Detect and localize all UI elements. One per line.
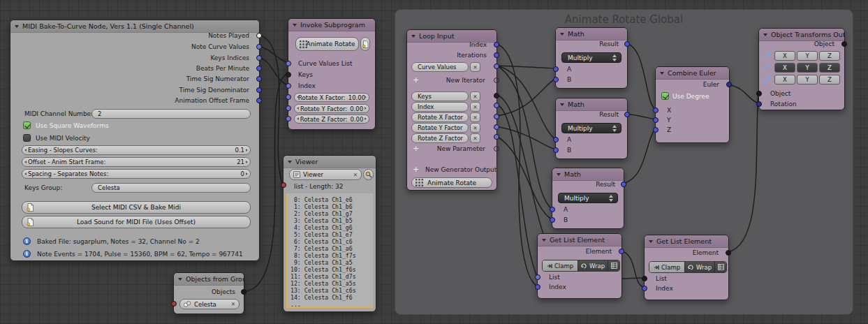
socket-element-output[interactable] [619,249,624,254]
location-x-toggle[interactable]: X [774,51,795,61]
socket-time-sig-numerator[interactable] [256,76,262,82]
remove-param-button[interactable]: ✕ [470,91,480,101]
clear-group-icon[interactable]: ✕ [231,301,235,307]
easing-slider[interactable]: Easing - Slopes Curves: 0.1 [22,145,251,155]
collapse-triangle-icon[interactable] [560,103,564,106]
node-math-1[interactable]: Math Result Multiply A B [555,27,628,89]
socket-list-input[interactable] [642,276,647,281]
plus-icon[interactable]: + [413,165,419,174]
socket-euler-output[interactable] [726,82,732,87]
clear-viewer-icon[interactable]: ✕ [353,172,358,178]
socket-index-input[interactable] [642,286,647,291]
collapse-triangle-icon[interactable] [288,161,292,163]
node-object-transforms-output[interactable]: Object Transforms Outp Object X Y Z X Y … [758,28,845,110]
socket-group-input[interactable] [171,301,177,307]
math-operation-select[interactable]: Multiply [561,123,621,133]
clamp-button[interactable]: Clamp [649,262,684,272]
combine-euler-header[interactable]: Combine Euler [656,67,729,80]
new-iterator-label[interactable]: New Iterator [429,76,485,84]
param-field-rotate-x[interactable]: Rotate X Factor [411,112,469,122]
socket-x-input[interactable] [653,108,659,113]
invoke-node-header[interactable]: Invoke Subprogram [288,19,375,31]
socket-time-sig-denominator[interactable] [256,87,262,93]
rotate-x-factor-slider[interactable]: Rotate X Factor:10.00 [294,93,369,102]
group-node-header[interactable]: Objects from Group [174,273,244,286]
socket-rotate-z-param[interactable] [494,134,499,140]
socket-rotate-x-factor[interactable] [286,94,291,100]
socket-notes-played[interactable] [256,33,262,38]
collapse-triangle-icon[interactable] [557,173,561,176]
param-field-index[interactable]: Index [411,102,469,112]
socket-b[interactable] [553,77,559,82]
node-editor-canvas[interactable]: Animate Rotate Global [0,0,868,324]
socket-object-input[interactable] [756,91,762,96]
node-get-list-element-2[interactable]: Get List Element Element Clamp Wrap List… [644,235,729,300]
socket-a[interactable] [553,137,559,142]
remove-param-button[interactable]: ✕ [470,102,480,112]
socket-iterations-output[interactable] [494,52,499,58]
collapse-triangle-icon[interactable] [15,25,19,28]
socket-new-parameter[interactable] [494,146,499,152]
socket-note-curve-values[interactable] [256,44,262,50]
node-viewer[interactable]: Viewer Viewer ✕ list - Length: 32 0: Cel… [283,155,376,312]
param-field-rotate-y[interactable]: Rotate Y Factor [411,123,469,133]
socket-curve-values-list[interactable] [286,61,291,66]
node-combine-euler[interactable]: Combine Euler Euler Use Degree X Y Z [655,66,730,143]
collapse-triangle-icon[interactable] [763,34,767,36]
collapse-triangle-icon[interactable] [560,33,564,36]
collapse-triangle-icon[interactable] [542,239,546,242]
socket-a[interactable] [553,66,559,72]
socket-y-input[interactable] [653,117,659,123]
plus-icon[interactable]: + [413,145,419,153]
socket-new-iterator[interactable] [494,78,499,83]
math-node-header[interactable]: Math [556,98,627,111]
remove-param-button[interactable]: ✕ [470,112,480,122]
load-sound-button[interactable]: Load Sound for MIDI File (Uses Offset) [22,216,251,228]
plus-icon[interactable]: + [413,76,419,84]
new-subprogram-button[interactable] [360,37,370,51]
use-square-waveforms-checkbox[interactable] [23,122,31,129]
node-get-list-element-1[interactable]: Get List Element Element Clamp Wrap List… [537,233,622,299]
collapse-triangle-icon[interactable] [649,240,653,243]
node-math-2[interactable]: Math Result Multiply A B [555,98,628,159]
bake-midi-button[interactable]: Select MIDI CSV & Bake Midi [22,201,251,214]
viewer-search-button[interactable] [363,169,374,180]
socket-b[interactable] [553,147,559,153]
socket-beats-per-minute[interactable] [256,66,262,71]
socket-index-input[interactable] [535,284,540,290]
location-y-toggle[interactable]: Y [797,51,818,61]
socket-rotate-y-param[interactable] [494,124,499,130]
collapse-triangle-icon[interactable] [293,24,297,27]
remove-param-button[interactable]: ✕ [470,123,480,133]
remove-iterator-button[interactable]: ✕ [470,62,480,72]
new-parameter-label[interactable]: New Parameter [422,145,485,153]
scale-y-toggle[interactable]: Y [797,75,818,84]
collapse-triangle-icon[interactable] [411,35,415,38]
socket-a[interactable] [550,207,555,212]
viewer-selector[interactable]: Viewer ✕ [289,169,362,180]
node-math-3[interactable]: Math Result Multiply A B [552,168,624,229]
rotation-x-toggle[interactable]: X [774,63,795,73]
use-degree-checkbox[interactable] [661,92,669,100]
node-loop-input[interactable]: Loop Input Index Iterations Curve Values… [406,29,497,191]
remove-param-button[interactable]: ✕ [470,133,480,143]
rotation-y-toggle[interactable]: Y [797,63,818,73]
socket-b[interactable] [550,217,555,223]
get-list-element-header[interactable]: Get List Element [538,234,621,246]
socket-keys-indices[interactable] [256,55,262,61]
socket-rotation-input[interactable] [756,101,762,107]
animate-rotate-subprogram-button[interactable]: Animate Rotate [295,37,359,51]
socket-keys[interactable] [286,72,291,78]
list-template-button[interactable] [714,262,726,272]
socket-animation-offset-frame[interactable] [256,98,262,103]
math-node-header[interactable]: Math [552,168,624,181]
viewer-node-header[interactable]: Viewer [284,156,376,168]
socket-rotate-x-param[interactable] [494,114,499,119]
collapse-triangle-icon[interactable] [178,278,182,281]
spacing-slider[interactable]: Spacing - Separates Notes: 0 [22,169,251,179]
scale-x-toggle[interactable]: X [774,75,795,84]
group-selector[interactable]: Celesta ✕ [179,299,240,309]
param-field-keys[interactable]: Keys [411,91,469,101]
math-operation-select[interactable]: Multiply [558,193,618,203]
socket-viewer-input[interactable] [281,182,286,188]
